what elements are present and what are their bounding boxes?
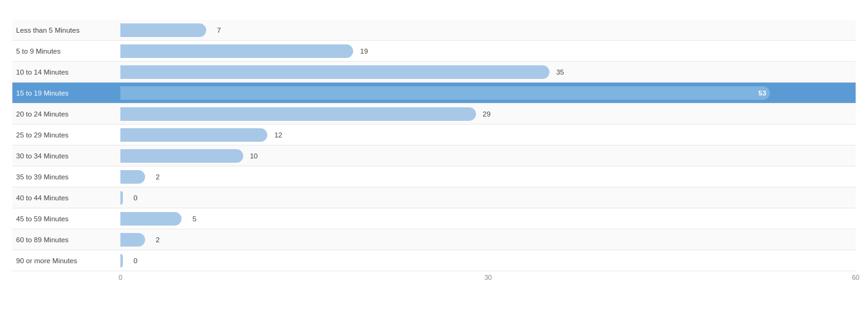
bar-fill: 29 <box>120 107 476 121</box>
bar-container: 12 <box>120 125 856 145</box>
bar-value: 0 <box>133 257 137 264</box>
bar-row: 90 or more Minutes0 <box>12 250 856 271</box>
bar-label: 60 to 89 Minutes <box>12 236 120 243</box>
bar-row: 45 to 59 Minutes5 <box>12 208 856 229</box>
bar-container: 53 <box>120 83 856 103</box>
x-axis-tick: 60 <box>852 274 859 281</box>
x-axis-tick: 30 <box>484 274 491 281</box>
bar-container: 5 <box>120 208 856 229</box>
bar-row: 5 to 9 Minutes19 <box>12 41 856 62</box>
bar-row: 60 to 89 Minutes2 <box>12 229 856 250</box>
bar-row: 30 to 34 Minutes10 <box>12 145 856 166</box>
bar-label: 90 or more Minutes <box>12 257 120 264</box>
bar-label: 10 to 14 Minutes <box>12 68 120 76</box>
bar-fill: 10 <box>120 149 243 163</box>
bar-label: 45 to 59 Minutes <box>12 215 120 223</box>
bar-value: 19 <box>360 47 368 55</box>
bar-row: 10 to 14 Minutes35 <box>12 62 856 83</box>
bar-fill: 0 <box>120 254 123 268</box>
bar-fill: 0 <box>120 191 123 205</box>
bar-value: 2 <box>156 173 159 181</box>
bar-value: 35 <box>556 68 564 76</box>
bar-container: 19 <box>120 41 856 61</box>
bar-label: 30 to 34 Minutes <box>12 152 120 160</box>
bar-row: Less than 5 Minutes7 <box>12 20 856 41</box>
bar-value: 5 <box>193 215 196 223</box>
bar-container: 10 <box>120 145 856 166</box>
x-axis-labels: 03060 <box>120 274 856 286</box>
bar-label: 25 to 29 Minutes <box>12 131 120 139</box>
bar-fill: 2 <box>120 233 145 247</box>
bar-fill: 12 <box>120 128 267 142</box>
bar-label: Less than 5 Minutes <box>12 27 120 34</box>
bar-value: 10 <box>250 152 258 160</box>
bar-value: 29 <box>483 110 491 118</box>
bar-row: 40 to 44 Minutes0 <box>12 187 856 208</box>
bar-container: 0 <box>120 250 856 271</box>
x-axis: 03060 <box>120 271 856 286</box>
x-axis-tick: 0 <box>119 274 122 281</box>
bar-label: 35 to 39 Minutes <box>12 173 120 181</box>
bar-label: 5 to 9 Minutes <box>12 47 120 55</box>
bar-label: 20 to 24 Minutes <box>12 110 120 118</box>
bar-fill: 7 <box>120 23 206 37</box>
bar-container: 2 <box>120 229 856 250</box>
chart-area: Less than 5 Minutes75 to 9 Minutes1910 t… <box>12 20 856 286</box>
bar-fill: 35 <box>120 65 549 79</box>
bar-value: 12 <box>274 131 282 139</box>
bar-container: 29 <box>120 104 856 124</box>
bar-value: 2 <box>156 236 159 243</box>
bar-row: 25 to 29 Minutes12 <box>12 125 856 145</box>
bar-row: 20 to 24 Minutes29 <box>12 104 856 125</box>
bar-value: 53 <box>758 89 766 97</box>
bar-container: 7 <box>120 20 856 40</box>
bar-label: 15 to 19 Minutes <box>12 89 120 97</box>
bar-row: 35 to 39 Minutes2 <box>12 166 856 187</box>
bar-fill: 2 <box>120 170 145 184</box>
bar-rows: Less than 5 Minutes75 to 9 Minutes1910 t… <box>12 20 856 271</box>
bar-label: 40 to 44 Minutes <box>12 194 120 202</box>
bar-fill: 53 <box>120 86 770 100</box>
bar-row: 15 to 19 Minutes53 <box>12 83 856 104</box>
bar-container: 0 <box>120 187 856 208</box>
bar-container: 2 <box>120 166 856 187</box>
bar-fill: 19 <box>120 44 353 58</box>
bar-fill: 5 <box>120 212 182 226</box>
bar-value: 7 <box>217 27 221 34</box>
bar-container: 35 <box>120 62 856 82</box>
bar-value: 0 <box>133 194 137 202</box>
